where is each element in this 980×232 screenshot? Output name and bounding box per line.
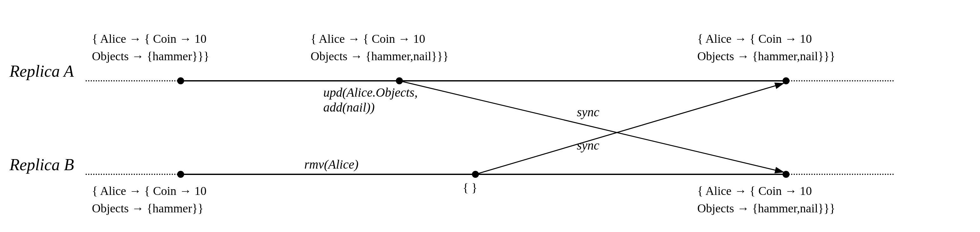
state-a1: { Alice → { Coin → 10 Objects → {hammer}… (92, 30, 210, 65)
timeline-a-right (786, 80, 894, 81)
replica-a-label: Replica A (10, 62, 74, 81)
upd-label: upd(Alice.Objects, add(nail)) (323, 85, 418, 115)
sync-b-to-a-arrow (476, 83, 783, 174)
sync-a-to-b-arrow (399, 81, 783, 172)
timeline-b-main (181, 174, 789, 175)
timeline-b-left (86, 174, 181, 175)
timeline-a-left (86, 80, 181, 81)
dot-b2 (472, 171, 479, 178)
dot-a2 (396, 77, 403, 84)
state-b3: { Alice → { Coin → 10 Objects → {hammer,… (697, 182, 835, 217)
timeline-a-main (181, 80, 789, 81)
diagram: Replica A Replica B { Alice → { Coin → 1… (0, 0, 980, 232)
sync2-label: sync (577, 138, 599, 153)
state-a3: { Alice → { Coin → 10 Objects → {hammer,… (697, 30, 835, 65)
rmv-label: rmv(Alice) (304, 157, 358, 172)
timeline-b-right (786, 174, 894, 175)
state-a2: { Alice → { Coin → 10 Objects → {hammer,… (310, 30, 449, 65)
replica-b-label: Replica B (10, 155, 74, 174)
state-b2: { } (463, 179, 477, 197)
state-b1: { Alice → { Coin → 10 Objects → {hammer}… (92, 182, 207, 217)
sync1-label: sync (577, 105, 599, 119)
